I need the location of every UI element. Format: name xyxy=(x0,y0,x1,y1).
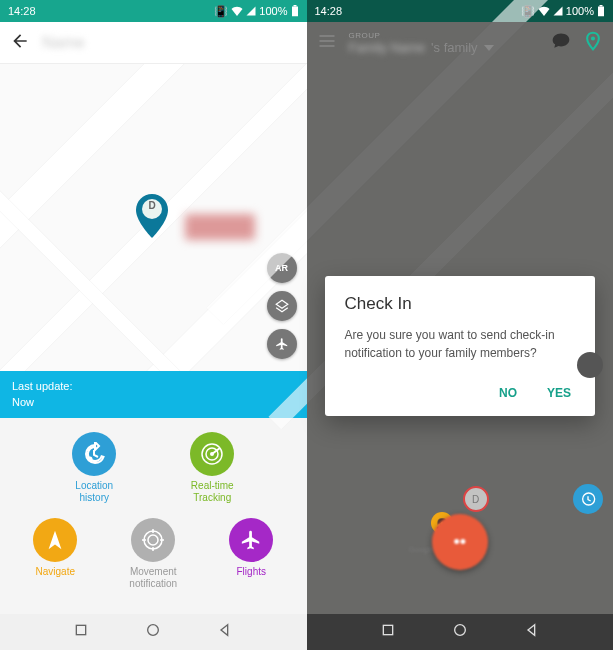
menu-button[interactable] xyxy=(317,31,337,55)
nav-bar xyxy=(0,614,307,650)
svg-rect-11 xyxy=(598,7,604,17)
action-navigate[interactable]: Navigate xyxy=(19,518,91,590)
wifi-icon xyxy=(231,6,243,16)
action-label: Location history xyxy=(75,480,113,504)
page-title: Name xyxy=(42,34,85,52)
my-location-button[interactable] xyxy=(583,31,603,55)
svg-rect-0 xyxy=(292,7,298,17)
app-bar: Name xyxy=(0,22,307,64)
map-view[interactable]: D AR xyxy=(0,64,307,371)
action-movement-notification[interactable]: Movement notification xyxy=(117,518,189,590)
status-bar: 14:28 📳 100% xyxy=(307,0,614,22)
app-bar: GROUP Family Name's family xyxy=(307,22,614,64)
layers-icon xyxy=(275,299,289,313)
update-label: Last update: xyxy=(12,379,295,394)
nav-back[interactable] xyxy=(524,622,540,642)
action-realtime-tracking[interactable]: Real-time Tracking xyxy=(176,432,248,504)
status-time: 14:28 xyxy=(8,5,36,17)
nav-recent[interactable] xyxy=(380,622,396,642)
action-flights[interactable]: Flights xyxy=(215,518,287,590)
status-icons: 📳 100% xyxy=(214,5,298,18)
svg-rect-14 xyxy=(383,625,392,634)
group-name: Family Name's family xyxy=(349,40,540,55)
svg-rect-9 xyxy=(77,625,86,634)
user-map-pin[interactable]: D xyxy=(135,194,169,238)
group-selector[interactable]: GROUP Family Name's family xyxy=(349,31,540,55)
svg-point-8 xyxy=(148,535,158,545)
navigate-icon xyxy=(44,529,66,551)
svg-rect-1 xyxy=(293,5,296,7)
battery-text: 100% xyxy=(259,5,287,17)
nav-home[interactable] xyxy=(145,622,161,642)
svg-point-13 xyxy=(591,36,595,40)
signal-icon xyxy=(553,6,563,16)
history-fab[interactable] xyxy=(573,484,603,514)
location-label xyxy=(185,214,255,240)
signal-icon xyxy=(246,6,256,16)
map-overflow-button[interactable] xyxy=(577,352,603,378)
back-button[interactable] xyxy=(10,31,30,55)
history-icon xyxy=(580,491,596,507)
dialog-yes-button[interactable]: YES xyxy=(543,380,575,406)
map-view[interactable]: GROUP Family Name's family Check In Are … xyxy=(307,22,614,614)
update-value: Now xyxy=(12,395,295,410)
battery-text: 100% xyxy=(566,5,594,17)
flights-map-button[interactable] xyxy=(267,329,297,359)
target-icon xyxy=(141,528,165,552)
battery-icon xyxy=(291,5,299,17)
svg-point-15 xyxy=(454,625,465,636)
action-label: Flights xyxy=(237,566,266,578)
action-label: Real-time Tracking xyxy=(191,480,234,504)
dialog-no-button[interactable]: NO xyxy=(495,380,521,406)
dialog-body: Are you sure you want to send check-in n… xyxy=(345,326,576,362)
checkin-fab[interactable]: •• xyxy=(432,514,488,570)
svg-point-7 xyxy=(144,531,162,549)
battery-icon xyxy=(597,5,605,17)
vibrate-icon: 📳 xyxy=(214,5,228,18)
chat-button[interactable] xyxy=(551,31,571,55)
airplane-icon xyxy=(240,529,262,551)
radar-icon xyxy=(200,442,224,466)
dialog-title: Check In xyxy=(345,294,576,314)
nav-home[interactable] xyxy=(452,622,468,642)
actions-panel: Location history Real-time Tracking Navi… xyxy=(0,418,307,614)
action-label: Movement notification xyxy=(129,566,177,590)
nav-recent[interactable] xyxy=(73,622,89,642)
member-pin-d[interactable]: D xyxy=(463,486,489,512)
checkin-dialog: Check In Are you sure you want to send c… xyxy=(325,276,596,416)
svg-point-3 xyxy=(88,457,93,462)
svg-rect-12 xyxy=(600,5,603,7)
nav-bar xyxy=(307,614,614,650)
action-location-history[interactable]: Location history xyxy=(58,432,130,504)
action-label: Navigate xyxy=(36,566,75,578)
chevron-down-icon xyxy=(484,45,494,51)
pin-label: D xyxy=(135,200,169,211)
group-label: GROUP xyxy=(349,31,540,40)
svg-point-10 xyxy=(148,625,159,636)
status-bar: 14:28 📳 100% xyxy=(0,0,307,22)
status-time: 14:28 xyxy=(315,5,343,17)
airplane-icon xyxy=(275,337,289,351)
nav-back[interactable] xyxy=(217,622,233,642)
last-update-bar: Last update: Now xyxy=(0,371,307,418)
history-icon xyxy=(82,442,106,466)
layers-button[interactable] xyxy=(267,291,297,321)
